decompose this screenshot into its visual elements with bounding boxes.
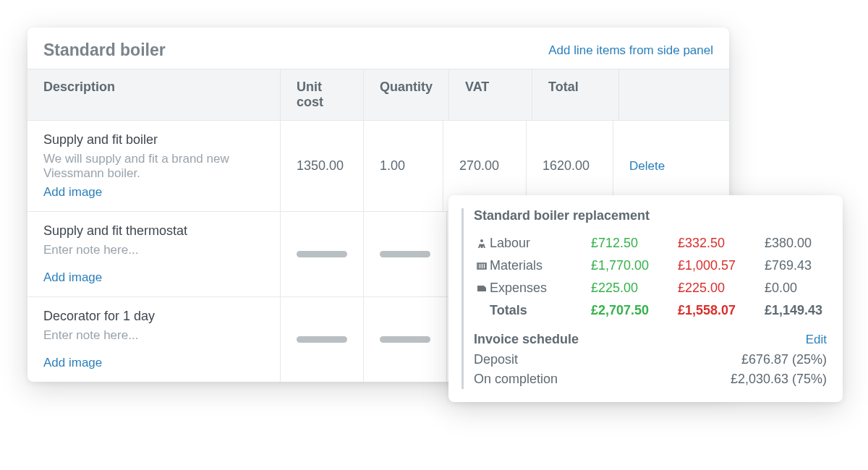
- col-description: Description: [27, 69, 281, 120]
- schedule-value: £676.87 (25%): [741, 352, 827, 367]
- summary-value-red: £225.00: [678, 281, 765, 296]
- summary-card: Standard boiler replacement Labour £712.…: [448, 195, 843, 402]
- add-image-link[interactable]: Add image: [43, 185, 264, 200]
- delete-link[interactable]: Delete: [629, 159, 665, 174]
- schedule-label: On completion: [474, 372, 558, 387]
- schedule-value: £2,030.63 (75%): [731, 372, 827, 387]
- schedule-row-deposit: Deposit £676.87 (25%): [474, 350, 827, 369]
- row-title: Supply and fit boiler: [43, 132, 264, 148]
- cell-description: Supply and fit thermostat Enter note her…: [27, 212, 281, 296]
- summary-value-green: £2,707.50: [591, 303, 678, 318]
- placeholder-icon: [380, 336, 430, 343]
- cell-description: Supply and fit boiler We will supply and…: [27, 121, 281, 211]
- col-total: Total: [532, 69, 619, 120]
- summary-label: Expenses: [490, 281, 591, 296]
- row-note-placeholder[interactable]: Enter note here...: [43, 328, 155, 343]
- invoice-schedule-title: Invoice schedule: [474, 332, 579, 347]
- cell-description: Decorator for 1 day Enter note here... A…: [27, 297, 281, 382]
- row-note: We will supply and fit a brand new Viess…: [43, 152, 264, 181]
- add-image-link[interactable]: Add image: [43, 270, 187, 285]
- summary-title: Standard boiler replacement: [474, 208, 827, 223]
- invoice-schedule-header: Invoice schedule Edit: [474, 332, 827, 347]
- placeholder-icon: [380, 251, 430, 257]
- summary-row-materials: Materials £1,770.00 £1,000.57 £769.43: [474, 255, 827, 277]
- row-title: Decorator for 1 day: [43, 309, 155, 324]
- row-title: Supply and fit thermostat: [43, 223, 187, 239]
- cell-unit-cost[interactable]: 1350.00: [281, 121, 364, 211]
- col-quantity: Quantity: [364, 69, 449, 120]
- summary-value-grey: £769.43: [765, 258, 827, 273]
- cell-unit-cost[interactable]: [281, 297, 364, 382]
- summary-value-red: £1,000.57: [678, 258, 765, 273]
- summary-row-totals: Totals £2,707.50 £1,558.07 £1,149.43: [474, 299, 827, 322]
- col-unit-cost: Unit cost: [281, 69, 364, 120]
- summary-value-green: £225.00: [591, 281, 678, 296]
- summary-value-red: £332.50: [678, 236, 765, 251]
- summary-label: Totals: [490, 303, 591, 318]
- edit-schedule-link[interactable]: Edit: [806, 333, 827, 347]
- card-title: Standard boiler: [43, 40, 166, 60]
- card-header: Standard boiler Add line items from side…: [27, 27, 729, 69]
- placeholder-icon: [297, 336, 347, 343]
- add-image-link[interactable]: Add image: [43, 356, 155, 370]
- labour-icon: [474, 238, 490, 249]
- summary-value-green: £1,770.00: [591, 258, 678, 273]
- placeholder-icon: [297, 251, 347, 257]
- row-note-placeholder[interactable]: Enter note here...: [43, 243, 187, 257]
- summary-row-labour: Labour £712.50 £332.50 £380.00: [474, 232, 827, 255]
- expenses-icon: [474, 283, 490, 294]
- schedule-label: Deposit: [474, 352, 518, 367]
- materials-icon: [474, 260, 490, 272]
- summary-label: Materials: [490, 258, 591, 273]
- summary-row-expenses: Expenses £225.00 £225.00 £0.00: [474, 277, 827, 299]
- table-header: Description Unit cost Quantity VAT Total: [27, 69, 729, 121]
- summary-value-grey: £0.00: [765, 281, 827, 296]
- cell-quantity[interactable]: [364, 297, 447, 382]
- summary-value-red: £1,558.07: [678, 303, 765, 318]
- summary-value-green: £712.50: [591, 236, 678, 251]
- cell-quantity[interactable]: [364, 212, 447, 296]
- col-vat: VAT: [449, 69, 532, 120]
- summary-value-grey: £380.00: [765, 236, 827, 251]
- col-actions: [619, 69, 729, 120]
- summary-value-grey: £1,149.43: [765, 303, 827, 318]
- schedule-row-completion: On completion £2,030.63 (75%): [474, 369, 827, 389]
- cell-unit-cost[interactable]: [281, 212, 364, 296]
- add-from-side-panel-link[interactable]: Add line items from side panel: [548, 43, 713, 58]
- summary-label: Labour: [490, 236, 591, 251]
- cell-quantity[interactable]: 1.00: [364, 121, 443, 211]
